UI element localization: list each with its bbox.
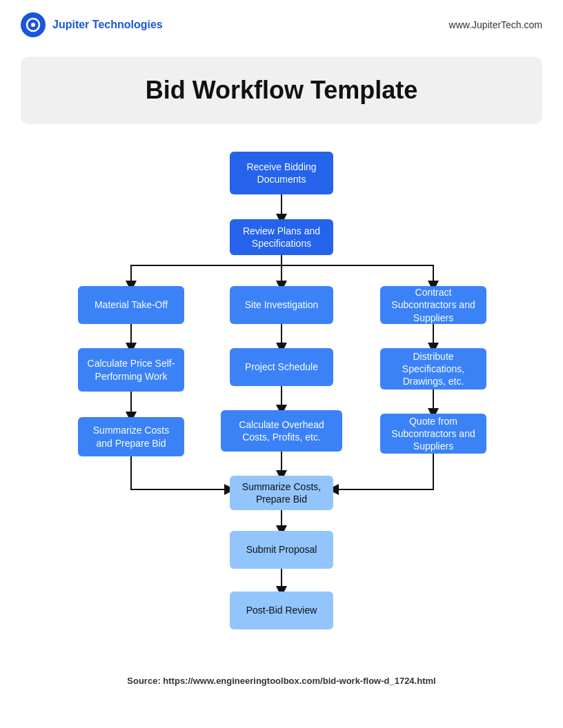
project-schedule-box: Project Schedule [230,348,333,386]
submit-proposal-box: Submit Proposal [230,531,333,569]
company-name: Jupiter Technologies [52,19,163,31]
page-title: Bid Workflow Template [34,76,529,105]
source-label: Source: [127,676,160,686]
review-plans-box: Review Plans and Specifications [230,219,333,255]
post-bid-review-box: Post-Bid Review [230,592,333,629]
footer: Source: https://www.engineeringtoolbox.c… [0,662,563,693]
quote-subcontractors-box: Quote from Subcontractors and Suppliers [380,414,486,454]
summarize-costs-main-box: Summarize Costs, Prepare Bid [230,476,333,510]
receive-bidding-box: Receive Bidding Documents [230,152,333,194]
site-investigation-box: Site Investigation [230,286,333,324]
logo-icon [21,12,46,37]
source-url: https://www.engineeringtoolbox.com/bid-w… [163,676,435,686]
calculate-price-box: Calculate Price Self-Performing Work [78,348,184,392]
header: Jupiter Technologies www.JupiterTech.com [0,0,563,50]
website-url: www.JupiterTech.com [449,19,542,30]
summarize-costs-left-box: Summarize Costs and Prepare Bid [78,417,184,456]
distribute-specs-box: Distribute Specifications, Drawings, etc… [380,348,486,390]
contract-subcontractors-box: Contract Subcontractors and Suppliers [380,286,486,324]
connectors-svg [21,138,542,662]
title-box: Bid Workflow Template [21,57,542,124]
logo-area: Jupiter Technologies [21,12,163,37]
svg-point-1 [31,23,35,27]
material-takeoff-box: Material Take-Off [78,286,184,324]
flowchart: Receive Bidding Documents Review Plans a… [21,138,542,662]
calculate-overhead-box: Calculate Overhead Costs, Profits, etc. [221,410,342,452]
